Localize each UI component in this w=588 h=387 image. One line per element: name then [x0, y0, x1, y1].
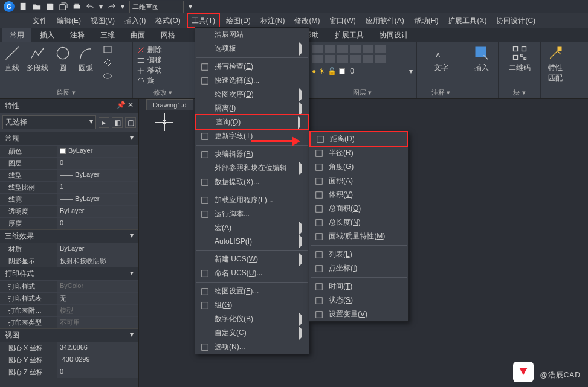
- menu-7[interactable]: 标注(N): [257, 14, 289, 27]
- polyline-button[interactable]: 多段线: [27, 45, 48, 81]
- menu-item[interactable]: 命名 UCS(U)...: [195, 266, 309, 280]
- menu-item[interactable]: 宏(A): [195, 221, 309, 235]
- menu-item[interactable]: 体积(V): [309, 188, 408, 202]
- menu-item[interactable]: 半径(R): [309, 146, 408, 160]
- prop-row[interactable]: 材质ByLayer: [0, 243, 138, 255]
- print-icon[interactable]: [73, 2, 81, 11]
- menu-item[interactable]: 距离(D): [309, 131, 408, 147]
- arc-button[interactable]: 圆弧: [77, 45, 94, 81]
- prop-section[interactable]: 常规▾: [0, 132, 138, 145]
- prop-row[interactable]: 打印样式ByColor: [0, 280, 138, 292]
- menu-item[interactable]: 绘图设置(F)...: [195, 284, 309, 298]
- layer-grid-icons[interactable]: [312, 45, 413, 63]
- chevron-down-icon[interactable]: ▾: [189, 2, 192, 11]
- layer-combo[interactable]: 0: [350, 67, 354, 75]
- offset-button[interactable]: 偏移: [137, 55, 189, 65]
- menu-item[interactable]: 选项(N)...: [195, 340, 309, 354]
- prop-row[interactable]: 打印表附…模型: [0, 304, 138, 316]
- menu-6[interactable]: 绘图(D): [222, 14, 254, 27]
- menu-item[interactable]: 总面积(O): [309, 202, 408, 216]
- prop-row[interactable]: 颜色ByLayer: [0, 145, 138, 157]
- workspace-combo[interactable]: 二维草图: [129, 1, 184, 13]
- chevron-down-icon[interactable]: ▾: [99, 2, 103, 11]
- layer-color-swatch[interactable]: [339, 68, 345, 74]
- new-icon[interactable]: [19, 2, 28, 11]
- menu-13[interactable]: 协同设计(C): [493, 14, 539, 27]
- prop-row[interactable]: 厚度0: [0, 217, 138, 229]
- menu-1[interactable]: 编辑(E): [53, 14, 85, 27]
- tab-0[interactable]: 常用: [2, 28, 31, 42]
- selectobj-icon[interactable]: ▢: [125, 117, 136, 128]
- prop-section[interactable]: 三维效果▾: [0, 229, 138, 243]
- qrcode-button[interactable]: 二维码: [502, 45, 537, 73]
- tab-11[interactable]: 扩展工具: [328, 28, 371, 42]
- chevron-down-icon[interactable]: ▾: [409, 67, 413, 75]
- quickselect-icon[interactable]: ▸: [99, 117, 109, 128]
- tab-5[interactable]: 网格: [153, 28, 183, 42]
- menu-item[interactable]: 数据提取(X)...: [195, 175, 309, 189]
- menu-item[interactable]: 点坐标(I): [309, 261, 408, 275]
- selection-combo[interactable]: 无选择 ▾: [2, 115, 96, 129]
- menu-item[interactable]: 自定义(C): [195, 326, 309, 340]
- menu-2[interactable]: 视图(V): [87, 14, 118, 27]
- menu-item[interactable]: 外部参照和块在位编辑: [195, 161, 309, 175]
- menu-item[interactable]: 总长度(N): [309, 216, 408, 229]
- menu-9[interactable]: 窗口(W): [326, 14, 359, 27]
- menu-item[interactable]: 快速选择(K)...: [195, 74, 309, 88]
- open-icon[interactable]: [33, 2, 41, 11]
- pin-icon[interactable]: 📌: [117, 101, 126, 109]
- match-properties-button[interactable]: 特性 匹配: [544, 45, 566, 83]
- circle-button[interactable]: 圆: [54, 45, 71, 81]
- sun-icon[interactable]: ☀: [318, 67, 325, 75]
- menu-8[interactable]: 修改(M): [291, 14, 323, 27]
- menu-4[interactable]: 格式(O): [152, 14, 184, 27]
- menu-item[interactable]: 查询(Q): [195, 114, 309, 130]
- delete-button[interactable]: 删除: [137, 45, 189, 55]
- menu-item[interactable]: AutoLISP(I): [195, 235, 309, 248]
- prop-row[interactable]: 打印表类型不可用: [0, 316, 138, 328]
- menu-12[interactable]: 扩展工具(X): [444, 14, 490, 27]
- chevron-down-icon[interactable]: ▾: [121, 2, 124, 11]
- menu-10[interactable]: 应用软件(A): [362, 14, 408, 27]
- prop-row[interactable]: 打印样式表无: [0, 292, 138, 304]
- lock-icon[interactable]: 🔓: [328, 67, 337, 75]
- menu-11[interactable]: 帮助(H): [410, 14, 442, 27]
- prop-row[interactable]: 图层0: [0, 157, 138, 169]
- menu-item[interactable]: 设置变量(V): [309, 307, 408, 321]
- menu-item[interactable]: 状态(S): [309, 293, 408, 307]
- pickadd-icon[interactable]: ◧: [112, 117, 123, 128]
- menu-item[interactable]: 新建 UCS(W): [195, 252, 309, 266]
- menu-5[interactable]: 工具(T): [187, 13, 220, 28]
- line-button[interactable]: 直线: [4, 45, 21, 81]
- prop-row[interactable]: 线宽—— ByLayer: [0, 193, 138, 205]
- menu-item[interactable]: 面积(A): [309, 174, 408, 188]
- prop-row[interactable]: 阴影显示投射和接收阴影: [0, 255, 138, 267]
- tab-2[interactable]: 注释: [63, 28, 92, 42]
- menu-item[interactable]: 浩辰网站: [195, 28, 309, 42]
- menu-item[interactable]: 时间(T): [309, 280, 408, 293]
- rotate-button[interactable]: 旋: [137, 75, 189, 86]
- menu-item[interactable]: 选项板: [195, 42, 309, 56]
- menu-item[interactable]: 数字化仪(B): [195, 312, 309, 326]
- document-tab[interactable]: Drawing1.d: [146, 99, 193, 110]
- prop-row[interactable]: 线型比例1: [0, 181, 138, 193]
- menu-item[interactable]: 角度(G): [309, 160, 408, 174]
- tab-4[interactable]: 曲面: [123, 28, 152, 42]
- ellipse-icon[interactable]: [103, 71, 112, 81]
- rect-icon[interactable]: [103, 45, 112, 54]
- move-button[interactable]: 移动: [137, 65, 189, 75]
- tab-3[interactable]: 三维: [93, 28, 122, 42]
- prop-row[interactable]: 圆心 Y 坐标-430.0299: [0, 354, 138, 366]
- menu-item[interactable]: 组(G): [195, 298, 309, 312]
- text-button[interactable]: A文字: [421, 45, 461, 73]
- bulb-icon[interactable]: ●: [312, 67, 316, 75]
- menu-item[interactable]: 运行脚本...: [195, 207, 309, 221]
- menu-item[interactable]: 拼写检查(E): [195, 60, 309, 74]
- prop-section[interactable]: 打印样式▾: [0, 267, 138, 280]
- menu-item[interactable]: 绘图次序(D): [195, 88, 309, 101]
- prop-section[interactable]: 视图▾: [0, 328, 138, 342]
- insert-button[interactable]: 插入: [469, 45, 494, 73]
- menu-item[interactable]: 加载应用程序(L)...: [195, 193, 309, 207]
- tab-12[interactable]: 协同设计: [372, 28, 416, 42]
- prop-row[interactable]: 圆心 X 坐标342.0866: [0, 342, 138, 354]
